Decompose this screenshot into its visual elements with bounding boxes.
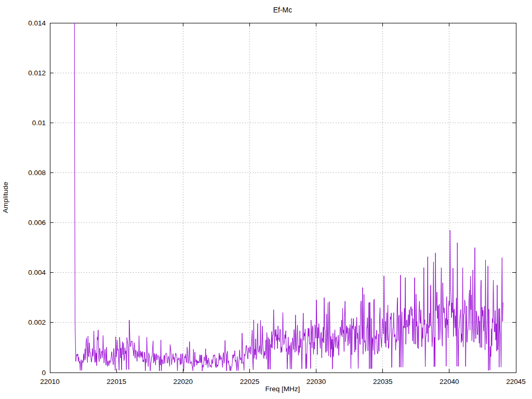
y-axis-label: Amplitude bbox=[2, 182, 9, 213]
x-axis-label: Freq [MHz] bbox=[265, 385, 300, 393]
y-tick-label: 0.004 bbox=[28, 269, 46, 276]
y-tick-label: 0.006 bbox=[28, 219, 46, 227]
y-tick-label: 0 bbox=[42, 369, 46, 377]
x-tick-label: 22025 bbox=[240, 378, 260, 385]
series-line-ef-mc bbox=[74, 23, 503, 371]
tick-labels: 2201022015220202202522030220352204022045… bbox=[28, 19, 526, 386]
spectrum-chart: 2201022015220202202522030220352204022045… bbox=[0, 0, 532, 399]
chart-title: Ef-Mc bbox=[273, 6, 292, 14]
plot-window: 2201022015220202202522030220352204022045… bbox=[0, 0, 532, 399]
x-tick-label: 22015 bbox=[107, 378, 126, 385]
y-tick-label: 0.01 bbox=[32, 119, 46, 127]
y-tick-label: 0.008 bbox=[28, 169, 46, 177]
series-lines bbox=[74, 23, 503, 371]
x-tick-label: 22040 bbox=[440, 378, 459, 385]
x-tick-label: 22030 bbox=[307, 378, 326, 385]
x-tick-label: 22035 bbox=[373, 378, 393, 385]
x-tick-label: 22020 bbox=[174, 378, 193, 385]
x-tick-label: 22010 bbox=[40, 378, 60, 385]
y-tick-label: 0.012 bbox=[28, 69, 46, 77]
x-tick-label: 22045 bbox=[506, 378, 526, 385]
y-tick-label: 0.002 bbox=[28, 318, 46, 326]
y-tick-label: 0.014 bbox=[28, 19, 46, 27]
